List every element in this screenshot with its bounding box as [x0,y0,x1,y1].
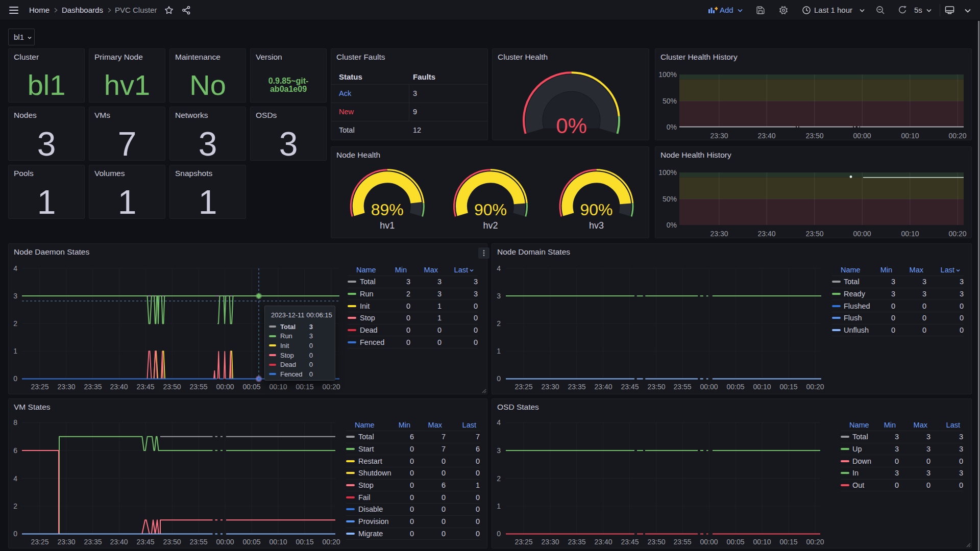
svg-text:hv2: hv2 [483,220,498,231]
svg-text:0%: 0% [556,114,587,138]
svg-text:90%: 90% [580,201,612,219]
svg-text:90%: 90% [474,201,507,219]
svg-text:89%: 89% [371,201,404,219]
svg-text:hv3: hv3 [589,220,604,231]
svg-text:hv1: hv1 [380,220,395,231]
